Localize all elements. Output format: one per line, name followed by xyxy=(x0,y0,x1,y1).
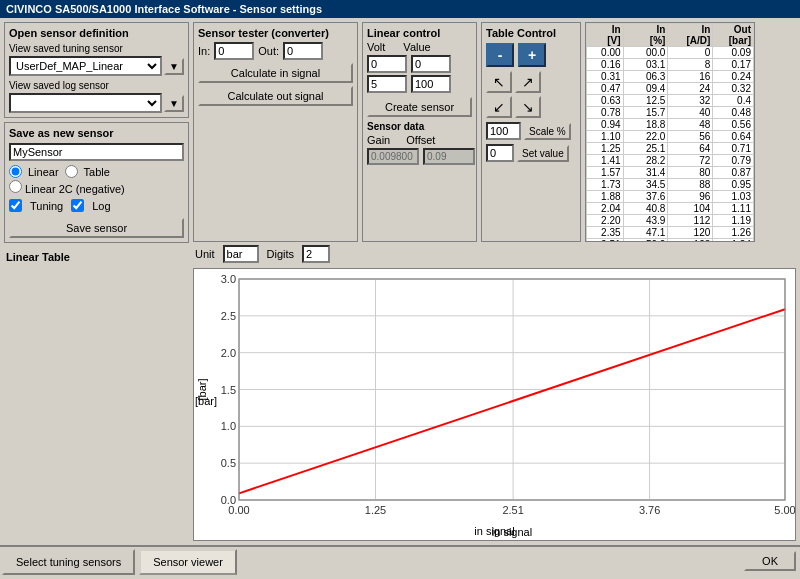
table-cell: 2.20 xyxy=(587,215,624,227)
log-sensor-dropdown[interactable] xyxy=(9,93,162,113)
table-cell: 18.8 xyxy=(623,119,668,131)
in-label: In: xyxy=(198,45,210,57)
arrow-up-left[interactable]: ↖ xyxy=(486,71,512,93)
sensor-viewer-tab[interactable]: Sensor viewer xyxy=(139,549,237,575)
table-radio[interactable] xyxy=(65,165,78,178)
table-cell: 1.73 xyxy=(587,179,624,191)
bottom-bar: Select tuning sensors Sensor viewer OK xyxy=(0,545,800,575)
table-cell: 0.95 xyxy=(713,179,754,191)
table-cell: 0.78 xyxy=(587,107,624,119)
table-cell: 0.17 xyxy=(713,59,754,71)
setvalue-button[interactable]: Set value xyxy=(517,145,569,162)
scale-button[interactable]: Scale % xyxy=(524,123,571,140)
table-cell: 12.5 xyxy=(623,95,668,107)
table-cell: 112 xyxy=(668,215,713,227)
table-cell: 0.4 xyxy=(713,95,754,107)
table-cell: 0 xyxy=(668,47,713,59)
create-sensor-button[interactable]: Create sensor xyxy=(367,97,472,117)
svg-text:1.0: 1.0 xyxy=(221,420,236,432)
tuning-dropdown-arrow[interactable]: ▼ xyxy=(164,58,184,75)
linear-radio-label: Linear xyxy=(28,166,59,178)
gain-input xyxy=(367,148,419,165)
plus-button[interactable]: + xyxy=(518,43,546,67)
table-cell: 0.00 xyxy=(587,47,624,59)
sensor-tester-in[interactable] xyxy=(214,42,254,60)
unit-input[interactable] xyxy=(223,245,259,263)
calc-in-button[interactable]: Calculate in signal xyxy=(198,63,353,83)
minus-button[interactable]: - xyxy=(486,43,514,67)
svg-text:1.5: 1.5 xyxy=(221,384,236,396)
svg-text:3.0: 3.0 xyxy=(221,273,236,285)
tuning-check-label: Tuning xyxy=(30,200,63,212)
svg-text:[bar]: [bar] xyxy=(196,378,208,400)
scale-input[interactable] xyxy=(486,122,521,140)
table-cell: 56 xyxy=(668,131,713,143)
tuning-sensor-dropdown[interactable]: UserDef_MAP_Linear xyxy=(9,56,162,76)
table-cell: 0.48 xyxy=(713,107,754,119)
table-cell: 120 xyxy=(668,227,713,239)
table-cell: 96 xyxy=(668,191,713,203)
sensor-name-input[interactable] xyxy=(9,143,184,161)
ok-button[interactable]: OK xyxy=(744,551,796,571)
table-cell: 0.64 xyxy=(713,131,754,143)
table-cell: 0.24 xyxy=(713,71,754,83)
save-sensor-button[interactable]: Save sensor xyxy=(9,218,184,238)
sensor-tester-title: Sensor tester (converter) xyxy=(198,27,353,39)
svg-text:1.25: 1.25 xyxy=(365,504,386,516)
linear2c-label: Linear 2C (negative) xyxy=(25,183,125,195)
arrow-down-left[interactable]: ↙ xyxy=(486,96,512,118)
log-dropdown-arrow[interactable]: ▼ xyxy=(164,95,184,112)
table-cell: 1.10 xyxy=(587,131,624,143)
svg-text:2.5: 2.5 xyxy=(221,310,236,322)
table-cell: 03.1 xyxy=(623,59,668,71)
value2-input[interactable] xyxy=(411,75,451,93)
select-tuning-button[interactable]: Select tuning sensors xyxy=(2,549,135,575)
data-table: In[V] In[%] In[A/D] Out[bar] 0.0000.000.… xyxy=(586,23,754,242)
arrow-down-right[interactable]: ↘ xyxy=(515,96,541,118)
table-cell: 28.2 xyxy=(623,155,668,167)
table-cell: 37.6 xyxy=(623,191,668,203)
table-cell: 40.8 xyxy=(623,203,668,215)
table-cell: 40 xyxy=(668,107,713,119)
svg-text:3.76: 3.76 xyxy=(639,504,660,516)
svg-text:in signal: in signal xyxy=(474,525,514,537)
table-cell: 0.56 xyxy=(713,119,754,131)
table-cell: 72 xyxy=(668,155,713,167)
table-cell: 24 xyxy=(668,83,713,95)
table-cell: 88 xyxy=(668,179,713,191)
title-bar: CIVINCO SA500/SA1000 Interface Software … xyxy=(0,0,800,18)
linear2c-radio[interactable] xyxy=(9,180,22,193)
table-cell: 1.88 xyxy=(587,191,624,203)
sensor-tester-out[interactable] xyxy=(283,42,323,60)
table-cell: 0.87 xyxy=(713,167,754,179)
setvalue-input[interactable] xyxy=(486,144,514,162)
table-cell: 25.1 xyxy=(623,143,668,155)
linear-radio[interactable] xyxy=(9,165,22,178)
table-cell: 22.0 xyxy=(623,131,668,143)
volt-label: Volt xyxy=(367,41,385,53)
log-checkbox[interactable] xyxy=(71,199,84,212)
linear-control-title: Linear control xyxy=(367,27,472,39)
table-cell: 8 xyxy=(668,59,713,71)
table-cell: 1.41 xyxy=(587,155,624,167)
offset-label: Offset xyxy=(406,134,435,146)
svg-text:2.0: 2.0 xyxy=(221,347,236,359)
table-cell: 2.35 xyxy=(587,227,624,239)
digits-input[interactable] xyxy=(302,245,330,263)
volt2-input[interactable] xyxy=(367,75,407,93)
col-header-in-ad: In[A/D] xyxy=(668,24,713,47)
svg-text:2.51: 2.51 xyxy=(502,504,523,516)
digits-label: Digits xyxy=(267,248,295,260)
table-cell: 00.0 xyxy=(623,47,668,59)
linear-table-label: Linear Table xyxy=(4,251,189,263)
calc-out-button[interactable]: Calculate out signal xyxy=(198,86,353,106)
arrow-up-right[interactable]: ↗ xyxy=(515,71,541,93)
volt1-input[interactable] xyxy=(367,55,407,73)
table-cell: 1.19 xyxy=(713,215,754,227)
table-radio-label: Table xyxy=(84,166,110,178)
value1-input[interactable] xyxy=(411,55,451,73)
table-cell: 1.03 xyxy=(713,191,754,203)
table-cell: 1.25 xyxy=(587,143,624,155)
table-cell: 1.57 xyxy=(587,167,624,179)
tuning-checkbox[interactable] xyxy=(9,199,22,212)
